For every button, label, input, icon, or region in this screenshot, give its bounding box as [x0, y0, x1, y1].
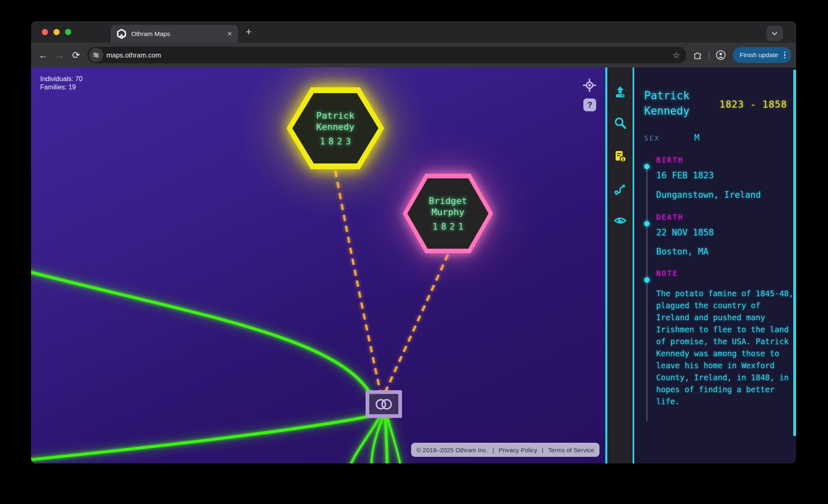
finish-update-button[interactable]: Finish update: [733, 47, 791, 63]
close-window-button[interactable]: [42, 29, 48, 35]
new-tab-button[interactable]: +: [246, 26, 252, 37]
address-bar[interactable]: maps.othram.com ☆: [87, 47, 686, 63]
finish-update-label: Finish update: [739, 51, 778, 59]
canvas-footer: © 2018–2025 Othram Inc. | Privacy Policy…: [411, 443, 599, 457]
sex-value: M: [694, 133, 700, 143]
back-button[interactable]: ←: [36, 48, 50, 62]
map-canvas[interactable]: Individuals: 70 Families: 19 Patrick Ken…: [31, 67, 605, 463]
chevron-down-icon: [770, 29, 779, 38]
footer-separator: |: [542, 446, 544, 454]
browser-titlebar: Othram Maps ✕ +: [31, 21, 796, 43]
extensions-puzzle-icon: [693, 50, 703, 60]
birth-date: 16 FEB 1823: [656, 170, 714, 180]
reload-button[interactable]: ⟳: [69, 48, 83, 62]
panel-life-years: 1823 - 1858: [720, 99, 787, 110]
locate-crosshair-icon: [582, 78, 597, 92]
profile-icon: [715, 50, 726, 60]
death-place: Boston, MA: [656, 247, 708, 257]
edge-green-child-4: [387, 416, 401, 463]
record-info-icon: [613, 149, 627, 163]
panel-scrollbar[interactable]: [793, 70, 796, 436]
window-controls: [42, 29, 71, 35]
family-union-node[interactable]: [366, 390, 402, 418]
edge-green-child-3: [385, 417, 387, 463]
help-icon: ?: [587, 100, 592, 110]
sex-label: SEX: [644, 134, 660, 142]
bookmark-star-icon[interactable]: ☆: [669, 50, 684, 60]
note-label: NOTE: [656, 269, 678, 278]
help-button[interactable]: ?: [583, 98, 596, 111]
panel-first-name: Patrick: [644, 88, 690, 103]
edge-green-child-2: [371, 417, 383, 463]
note-text: The potato famine of 1845-48, plagued th…: [656, 288, 795, 408]
eye-icon: [613, 214, 627, 228]
route-button[interactable]: [613, 181, 628, 197]
node-year: 1823: [317, 137, 354, 146]
forward-button[interactable]: →: [53, 48, 67, 62]
panel-last-name: Kennedy: [644, 103, 690, 119]
node-first-name: Patrick: [316, 110, 355, 121]
families-count: Families: 19: [40, 83, 82, 91]
birth-place: Dunganstown, Ireland: [656, 190, 761, 200]
death-label: DEATH: [656, 213, 684, 221]
main-content: Individuals: 70 Families: 19 Patrick Ken…: [31, 67, 796, 463]
profile-button[interactable]: [714, 48, 728, 62]
node-last-name: Murphy: [429, 206, 467, 218]
edge-bridget-family: [384, 254, 448, 394]
url-text[interactable]: maps.othram.com: [106, 51, 665, 59]
minimize-window-button[interactable]: [53, 29, 60, 35]
timeline-line: [646, 166, 647, 421]
timeline-dot-birth: [644, 164, 650, 169]
privacy-policy-link[interactable]: Privacy Policy: [498, 446, 537, 454]
edge-green-upper-left: [31, 271, 371, 395]
wedding-rings-icon: [374, 398, 393, 410]
visibility-button[interactable]: [613, 213, 628, 228]
route-icon: [613, 182, 627, 196]
node-last-name: Kennedy: [316, 121, 355, 132]
site-settings-button[interactable]: [89, 48, 103, 62]
tab-close-icon[interactable]: ✕: [227, 30, 232, 38]
browser-menu-icon[interactable]: [782, 52, 787, 59]
edge-patrick-family: [335, 171, 381, 394]
address-toolbar: ← → ⟳ maps.othram.com ☆: [31, 43, 796, 67]
othram-logo-icon: [116, 29, 127, 39]
node-first-name: Bridget: [429, 195, 467, 206]
search-button[interactable]: [613, 115, 628, 131]
timeline-dot-death: [644, 221, 650, 226]
detail-panel: Patrick Kennedy 1823 - 1858 SEX M BIRTH …: [634, 67, 796, 463]
browser-window: Othram Maps ✕ + ← → ⟳: [31, 21, 796, 463]
upload-button[interactable]: [613, 84, 628, 100]
site-settings-icon: [92, 51, 100, 59]
panel-person-name: Patrick Kennedy: [644, 88, 690, 119]
copyright-text: © 2018–2025 Othram Inc.: [416, 446, 488, 454]
zoom-window-button[interactable]: [65, 29, 71, 35]
tab-othram-maps[interactable]: Othram Maps ✕: [111, 25, 238, 43]
birth-label: BIRTH: [656, 156, 684, 164]
record-info-button[interactable]: [613, 149, 628, 164]
terms-of-service-link[interactable]: Terms of Service: [548, 446, 595, 454]
toolbar-separator: [709, 50, 710, 60]
individuals-count: Individuals: 70: [40, 75, 82, 83]
tab-title: Othram Maps: [131, 30, 222, 38]
person-node-patrick-kennedy[interactable]: Patrick Kennedy 1823: [286, 87, 384, 169]
tab-search-button[interactable]: [766, 26, 783, 41]
person-node-bridget-murphy[interactable]: Bridget Murphy 1821: [403, 174, 493, 253]
footer-separator: |: [492, 446, 494, 454]
screenshot-stage: Othram Maps ✕ + ← → ⟳: [0, 0, 828, 504]
extensions-button[interactable]: [691, 48, 705, 62]
timeline-dot-note: [644, 277, 650, 283]
recenter-button[interactable]: [582, 78, 597, 92]
graph-stats: Individuals: 70 Families: 19: [40, 75, 82, 91]
node-year: 1821: [429, 222, 467, 232]
search-icon: [613, 116, 627, 130]
edge-green-lower-left: [31, 416, 370, 460]
side-toolbar: [607, 67, 633, 463]
death-date: 22 NOV 1858: [656, 228, 714, 238]
upload-icon: [613, 85, 627, 99]
